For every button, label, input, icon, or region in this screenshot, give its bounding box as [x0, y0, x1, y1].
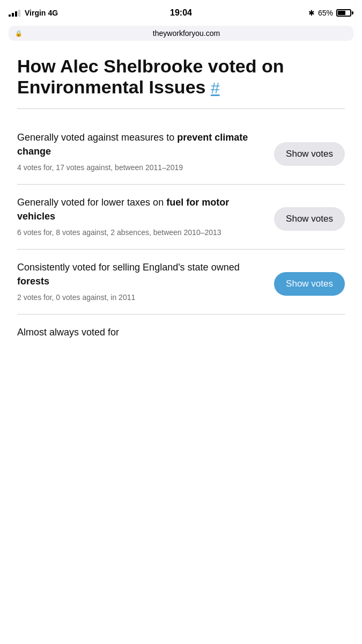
status-bar-right: ✱ 65%: [308, 9, 353, 17]
section-divider: [17, 108, 345, 109]
vote-item-fuel-tax: Generally voted for lower taxes on fuel …: [17, 185, 345, 250]
network-label: 4G: [48, 9, 58, 17]
bluetooth-icon: ✱: [308, 9, 315, 17]
vote-stats-fuel: 6 votes for, 8 votes against, 2 absences…: [17, 228, 265, 238]
show-votes-button-forests[interactable]: Show votes: [274, 272, 345, 296]
main-content: How Alec Shelbrooke voted on Environment…: [0, 45, 362, 356]
show-votes-button-fuel[interactable]: Show votes: [274, 207, 345, 231]
lock-icon: 🔒: [15, 30, 23, 37]
vote-stats-forests: 2 votes for, 0 votes against, in 2011: [17, 292, 265, 303]
battery-icon: [336, 9, 353, 17]
vote-description-forests: Consistently voted for selling England's…: [17, 260, 265, 288]
clock: 19:04: [170, 8, 192, 18]
status-bar-left: Virgin 4G: [9, 9, 58, 17]
url-bar[interactable]: 🔒 theyworkforyou.com: [9, 26, 353, 41]
url-text: theyworkforyou.com: [26, 29, 347, 38]
vote-item-climate-change: Generally voted against measures to prev…: [17, 120, 345, 185]
page-title-text: How Alec Shelbrooke voted on Environment…: [17, 56, 284, 97]
vote-text-block-climate: Generally voted against measures to prev…: [17, 130, 265, 173]
vote-description-climate: Generally voted against measures to prev…: [17, 130, 265, 158]
truncated-vote-text: Almost always voted for: [17, 325, 345, 339]
vote-text-block-forests: Consistently voted for selling England's…: [17, 260, 265, 303]
vote-stats-climate: 4 votes for, 17 votes against, between 2…: [17, 163, 265, 173]
page-title: How Alec Shelbrooke voted on Environment…: [17, 56, 345, 98]
vote-description-fuel: Generally voted for lower taxes on fuel …: [17, 195, 265, 223]
vote-text-block-fuel: Generally voted for lower taxes on fuel …: [17, 195, 265, 238]
signal-bars-icon: [9, 10, 20, 17]
show-votes-button-climate[interactable]: Show votes: [274, 142, 345, 166]
status-bar: Virgin 4G 19:04 ✱ 65%: [0, 0, 362, 24]
anchor-link[interactable]: #: [211, 79, 220, 97]
carrier-label: Virgin: [25, 9, 46, 17]
vote-item-forests: Consistently voted for selling England's…: [17, 250, 345, 314]
battery-percent: 65%: [318, 9, 333, 17]
